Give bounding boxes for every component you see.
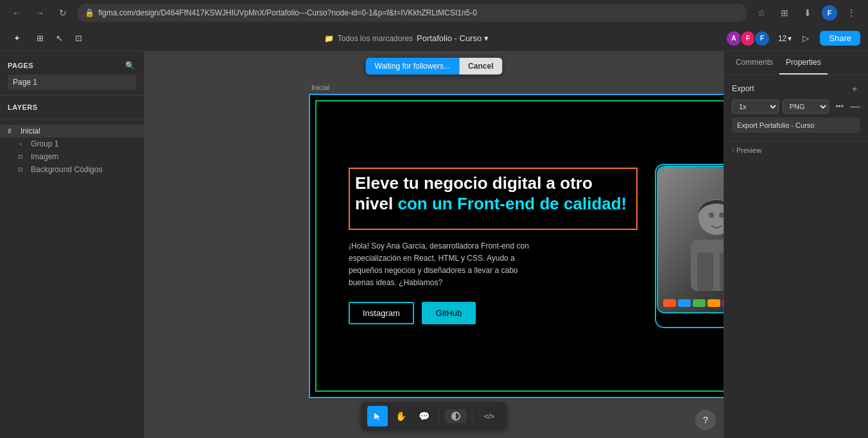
layer-background-codigos[interactable]: ⊡ Background Códigos <box>0 163 144 176</box>
search-pages-button[interactable]: 🔍 <box>123 59 136 72</box>
layers-header-section: Layers <box>0 96 144 119</box>
project-arrow-icon: ▾ <box>484 33 489 43</box>
pages-title: Pages <box>8 62 33 69</box>
browser-right: ☆ ⊞ ⬇ F ⋮ <box>752 4 860 22</box>
profile-avatar[interactable]: F <box>822 5 837 21</box>
figma-app: ✦ ⊞ ↖ ⊡ 📁 Todos los marcadores Portafoli… <box>0 26 868 438</box>
avatar-stack: A F F <box>725 30 770 47</box>
scale-select[interactable]: 1x 2x 3x <box>732 100 779 114</box>
export-file-row[interactable]: Export Portafolio - Curso <box>732 118 860 133</box>
layer-inicial-label: Inicial <box>21 127 40 136</box>
canvas-area[interactable]: Waiting for followers... Cancel Inicial <box>144 51 724 438</box>
extensions-button[interactable]: ⊞ <box>776 4 794 22</box>
right-panel-tabs: Comments Properties <box>724 51 868 75</box>
text-column: Eleve tu negocio digital a otro nivel co… <box>349 168 638 325</box>
download-button[interactable]: ⬇ <box>799 4 817 22</box>
figma-logo[interactable]: ✦ <box>8 30 26 48</box>
button-row: Instagram GitHub <box>349 302 638 324</box>
left-panel: Pages 🔍 Page 1 Layers # Inicial ✦ Group … <box>0 51 144 438</box>
back-button[interactable]: ← <box>8 4 26 22</box>
remove-export-button[interactable]: — <box>850 101 860 112</box>
photo-placeholder <box>658 167 724 312</box>
star-button[interactable]: ☆ <box>752 4 770 22</box>
image-column: ↗ ••• <box>657 166 724 326</box>
todos-button[interactable]: 📁 Todos los marcadores <box>324 34 413 43</box>
tech-badge-3 <box>693 299 706 307</box>
export-more-button[interactable]: ••• <box>833 101 846 112</box>
export-header: Export + <box>732 83 860 94</box>
export-row: 1x 2x 3x PNG SVG JPG ••• — <box>732 100 860 114</box>
preview-section: › Preview <box>724 141 868 159</box>
collab-arrow-icon: ▾ <box>788 34 792 43</box>
collab-number: 12 <box>778 34 786 43</box>
rect-icon: ⊡ <box>18 166 27 173</box>
url-text: figma.com/design/D464FfN417KSWJHIUVpMnX/… <box>98 8 477 17</box>
toolbar-divider-2 <box>472 410 473 423</box>
frame-icon: # <box>8 128 17 135</box>
export-section: Export + 1x 2x 3x PNG SVG JPG ••• — <box>724 75 868 141</box>
pages-section: Pages 🔍 Page 1 <box>0 51 144 96</box>
help-button[interactable]: ? <box>695 410 716 430</box>
lock-icon: 🔒 <box>85 8 94 17</box>
format-select[interactable]: PNG SVG JPG <box>783 100 829 114</box>
cursor-tool-button[interactable] <box>367 406 388 426</box>
layer-inicial[interactable]: # Inicial <box>0 125 144 137</box>
cancel-button[interactable]: Cancel <box>459 58 502 74</box>
figma-main: Pages 🔍 Page 1 Layers # Inicial ✦ Group … <box>0 51 868 438</box>
tab-properties[interactable]: Properties <box>779 51 828 74</box>
tool-group-left: ⊞ ↖ ⊡ <box>31 30 87 48</box>
layers-header: Layers <box>8 101 136 114</box>
chevron-right-icon: › <box>732 147 734 153</box>
right-panel: Comments Properties Export + 1x 2x 3x PN… <box>724 51 868 438</box>
refresh-button[interactable]: ↻ <box>54 4 72 22</box>
code-tool-button[interactable]: </> <box>478 406 501 426</box>
progress-indicator <box>445 409 467 423</box>
waiting-bar: Waiting for followers... Cancel <box>366 58 503 74</box>
cursor-icon <box>373 412 382 421</box>
design-frame: Eleve tu negocio digital a otro nivel co… <box>310 95 724 397</box>
instagram-button[interactable]: Instagram <box>349 302 414 324</box>
frame-label: Inicial <box>311 83 329 91</box>
image-icon: ⊡ <box>18 153 27 160</box>
pages-header: Pages 🔍 <box>8 57 136 74</box>
layer-imagem[interactable]: ⊡ Imagem <box>0 150 144 163</box>
figma-topbar: ✦ ⊞ ↖ ⊡ 📁 Todos los marcadores Portafoli… <box>0 26 868 51</box>
layout-grid-tool[interactable]: ⊞ <box>31 30 49 48</box>
figma-right-controls: A F F 12 ▾ ▷ Share <box>725 30 860 48</box>
menu-button[interactable]: ⋮ <box>842 4 860 22</box>
hand-tool-button[interactable]: ✋ <box>390 406 411 426</box>
export-file-label: Export Portafolio - Curso <box>737 121 814 129</box>
project-name[interactable]: Portafolio - Curso ▾ <box>417 33 489 43</box>
tab-comments[interactable]: Comments <box>729 51 779 74</box>
address-bar[interactable]: 🔒 figma.com/design/D464FfN417KSWJHIUVpMn… <box>77 4 747 22</box>
collab-count[interactable]: 12 ▾ <box>778 34 792 43</box>
component-icon: ✦ <box>18 141 27 148</box>
photo-box <box>657 166 724 313</box>
play-button[interactable]: ▷ <box>797 30 815 48</box>
add-export-button[interactable]: + <box>849 83 860 94</box>
comment-tool-button[interactable]: 💬 <box>413 406 434 426</box>
bottom-toolbar: ✋ 💬 </> <box>361 402 507 430</box>
figma-title-bar: 📁 Todos los marcadores Portafolio - Curs… <box>92 33 720 43</box>
share-button[interactable]: Share <box>820 31 860 46</box>
project-name-text: Portafolio - Curso <box>417 33 482 43</box>
preview-text: Preview <box>736 146 761 154</box>
layer-group1-label: Group 1 <box>31 139 58 148</box>
layers-title: Layers <box>8 103 38 111</box>
svg-point-4 <box>709 213 714 218</box>
avatar-f2: F <box>754 30 770 47</box>
export-title: Export <box>732 84 754 93</box>
cursor-tool[interactable]: ↖ <box>50 30 68 48</box>
person-svg <box>678 188 724 291</box>
github-button[interactable]: GitHub <box>422 302 476 324</box>
forward-button[interactable]: → <box>31 4 49 22</box>
progress-dot <box>451 412 460 421</box>
browser-bar: ← → ↻ 🔒 figma.com/design/D464FfN417KSWJH… <box>0 0 868 26</box>
svg-rect-2 <box>697 252 713 291</box>
panel-toggle[interactable]: ⊡ <box>69 30 87 48</box>
page-1-item[interactable]: Page 1 <box>8 74 136 90</box>
description-text: ¡Hola! Soy Ana García, desarrolladora Fr… <box>349 240 541 290</box>
layer-group1[interactable]: ✦ Group 1 <box>0 137 144 150</box>
tech-badge-5 <box>722 299 724 307</box>
preview-label[interactable]: › Preview <box>732 146 860 154</box>
